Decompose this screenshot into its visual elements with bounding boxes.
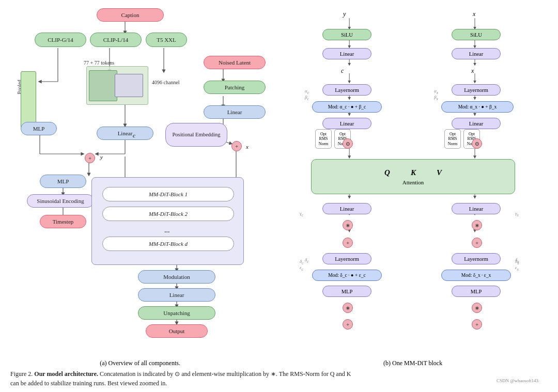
- c-label-left: c: [133, 132, 135, 138]
- sinusoidal-node: Sinusoidal Encoding: [27, 194, 94, 208]
- figure-text-2: Concatenation is indicated by ⊙ and elem…: [98, 370, 351, 378]
- linear-c-node: Linear: [97, 127, 153, 140]
- layernorm-right-1: Layernorm: [452, 84, 501, 96]
- circle-mul-right: ⊙: [472, 138, 482, 149]
- channel-label: 4096 channel: [152, 79, 180, 86]
- alpha-c-label: αc: [305, 88, 309, 95]
- figure-text-3: can be added to stabilize training runs.…: [10, 380, 167, 387]
- qkv-labels: Q K V: [384, 168, 442, 177]
- delta-c-side: δc: [305, 257, 309, 264]
- mod-left-1: Mod: α_c · ● + β_c: [312, 101, 382, 113]
- opt-rms-right-1: OptRMSNorm: [444, 129, 461, 149]
- layernorm-left-2: Layernorm: [322, 253, 371, 264]
- attention-box: Q K V Attention: [311, 159, 515, 194]
- clip-l14-node: CLIP-L/14: [90, 33, 142, 47]
- epsilon-x-label: εx: [515, 265, 519, 272]
- figure-text-1: Figure 2.: [10, 370, 34, 378]
- mmdit-block1: MM-DiT-Block 1: [102, 187, 234, 201]
- mmdit-block-d: MM-DiT-Block d: [102, 237, 234, 251]
- beta-x-label: βx: [434, 95, 438, 101]
- linear-right-3: Linear: [322, 118, 371, 129]
- noised-latent-node: Noised Latent: [204, 56, 266, 69]
- silu-right: SiLU: [452, 29, 501, 40]
- plus-left-1: +: [343, 238, 353, 248]
- y-label-right: y: [343, 10, 346, 18]
- unpatching-node: Unpatching: [138, 306, 215, 320]
- delta-c-label: δc: [300, 259, 304, 265]
- plus-right-2: +: [472, 319, 482, 330]
- mlp-y-node: MLP: [40, 175, 86, 188]
- plus-left-2: +: [343, 319, 353, 330]
- circle-mul-left: ⊙: [343, 138, 353, 149]
- linear-right-1: Linear: [322, 48, 371, 59]
- output-node: Output: [146, 324, 208, 338]
- x2-label-right: x: [471, 67, 474, 75]
- layernorm-left-1: Layernorm: [322, 84, 371, 96]
- clip-g14-node: CLIP-G/14: [35, 33, 86, 47]
- linear-patching-node: Linear: [204, 105, 266, 119]
- alpha-x-label: αx: [434, 88, 438, 95]
- right-diagram: y x SiLU Linear SiLU Linear c x αc βc La…: [280, 4, 558, 359]
- linear-out-left: Linear: [322, 203, 371, 214]
- figure-caption: Figure 2. Our model architecture. Concat…: [6, 367, 552, 388]
- main-container: Caption CLIP-G/14 CLIP-L/14 T5 XXL Poole…: [0, 0, 558, 392]
- caption-left: (a) Overview of all components.: [6, 359, 274, 367]
- plus-right-1: +: [472, 238, 482, 248]
- star-right-2: ∗: [472, 303, 482, 313]
- mmdit-container: MM-DiT-Block 1 MM-DiT-Block 2 ... MM-DiT…: [91, 177, 244, 265]
- modulation-node: Modulation: [138, 270, 215, 284]
- mod-right-2: Mod: δ_x · ε_x: [441, 270, 511, 281]
- y-label-left: y: [100, 154, 103, 160]
- figure-bold: Our model architecture.: [34, 370, 98, 378]
- attention-label: Attention: [402, 179, 424, 185]
- pooled-box: [21, 71, 36, 128]
- mod-left-2: Mod: δ_c · ● + ε_c: [312, 270, 382, 281]
- plus-x-circle: +: [231, 141, 242, 151]
- caption-labels-row: (a) Overview of all components. (b) One …: [6, 359, 552, 367]
- token-inner2: [115, 74, 143, 97]
- mmdit-block2: MM-DiT-Block 2: [102, 207, 234, 221]
- mlp-right: MLP: [452, 286, 501, 297]
- token-inner1: [89, 70, 117, 101]
- star-right-1: ∗: [472, 220, 482, 230]
- epsilon-c-label: εc: [300, 265, 303, 272]
- mod-right-1: Mod: α_x · ● + β_x: [441, 101, 514, 113]
- mlp-left: MLP: [322, 286, 371, 297]
- opt-rms-left-1: OptRMSNorm: [315, 129, 332, 149]
- linear-right-4: Linear: [452, 118, 501, 129]
- timestep-node: Timestep: [40, 215, 86, 228]
- k-label: K: [411, 168, 416, 177]
- layernorm-right-2: Layernorm: [452, 253, 501, 264]
- linear-right-2: Linear: [452, 48, 501, 59]
- caption-node: Caption: [97, 8, 164, 22]
- delta-x-side: δx: [515, 257, 519, 264]
- q-label: Q: [384, 168, 390, 177]
- x-label-right: x: [473, 10, 475, 18]
- t5-xxl-node: T5 XXL: [146, 33, 187, 47]
- patching-node: Patching: [204, 81, 266, 94]
- star-left-2: ∗: [343, 303, 353, 313]
- v-label: V: [437, 168, 442, 177]
- plus-y-circle: +: [85, 153, 95, 163]
- caption-right: (b) One MM-DiT block: [274, 359, 552, 367]
- positional-embedding-node: Positional Embedding: [165, 123, 227, 147]
- diagrams-row: Caption CLIP-G/14 CLIP-L/14 T5 XXL Poole…: [6, 4, 552, 359]
- left-diagram: Caption CLIP-G/14 CLIP-L/14 T5 XXL Poole…: [6, 4, 280, 359]
- gamma-x-label: γx: [515, 211, 519, 217]
- linear-out-right: Linear: [452, 203, 501, 214]
- mlp-pooled-node: MLP: [21, 122, 57, 135]
- silu-left: SiLU: [322, 29, 371, 40]
- gamma-c-label: γc: [300, 211, 303, 217]
- watermark: CSDN @whaosoft143: [497, 378, 538, 385]
- x-label-left: x: [246, 144, 249, 150]
- c-label-right: c: [341, 67, 344, 75]
- token-label: 77 + 77 tokens: [84, 60, 114, 66]
- star-left-1: ∗: [343, 220, 353, 230]
- beta-c-label: βc: [305, 95, 309, 101]
- linear-output-node: Linear: [138, 288, 215, 302]
